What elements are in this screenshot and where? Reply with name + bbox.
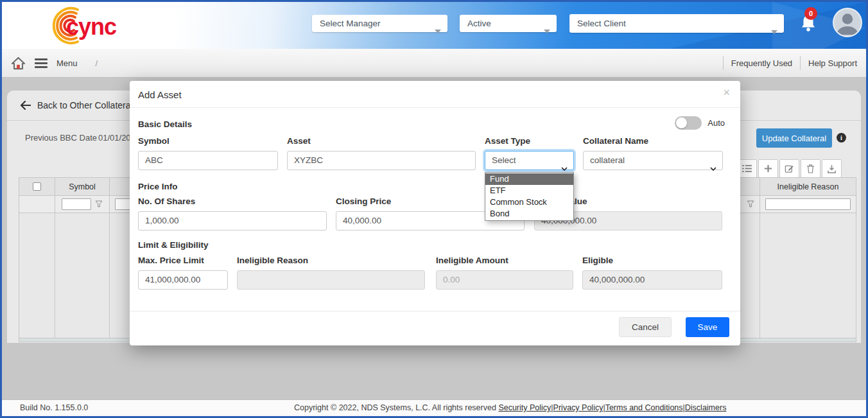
modal-header: Add Asset × bbox=[130, 81, 740, 108]
modal-title: Add Asset bbox=[138, 89, 182, 100]
add-asset-modal: Add Asset × Basic Details Auto Symbol AB… bbox=[130, 81, 740, 345]
ineligible-amount-label: Ineligible Amount bbox=[436, 256, 573, 265]
build-number: Build No. 1.155.0.0 bbox=[20, 403, 88, 412]
caret-down-icon bbox=[771, 22, 777, 40]
grid-toolbar bbox=[737, 159, 842, 178]
asset-type-select[interactable]: Select bbox=[485, 151, 574, 170]
avatar[interactable] bbox=[833, 8, 862, 37]
asset-type-value: Select bbox=[492, 155, 516, 165]
client-dropdown-value: Select Client bbox=[577, 19, 626, 28]
column-divider bbox=[759, 213, 760, 338]
eligible-label: Eligible bbox=[582, 256, 722, 265]
manager-dropdown-value: Select Manager bbox=[320, 19, 381, 28]
back-arrow-icon[interactable] bbox=[20, 101, 31, 110]
collateral-name-value: collateral bbox=[590, 155, 625, 165]
ineligible-amount-input: 0.00 bbox=[436, 270, 573, 290]
max-price-limit-input[interactable]: 41,000,000.00 bbox=[138, 270, 228, 290]
symbol-filter-input[interactable] bbox=[62, 198, 91, 210]
asset-type-option[interactable]: Bond bbox=[485, 208, 573, 220]
close-icon[interactable]: × bbox=[723, 87, 730, 98]
manager-dropdown[interactable]: Select Manager bbox=[312, 15, 447, 32]
section-price-info: Price Info bbox=[138, 182, 178, 191]
collateral-name-select[interactable]: collateral bbox=[583, 151, 723, 170]
asset-type-option[interactable]: Fund bbox=[485, 173, 573, 185]
column-header-ineligible-reason: Ineligible Reason bbox=[760, 178, 856, 195]
asset-type-option[interactable]: Common Stock bbox=[485, 196, 573, 208]
eligible-field: Eligible 40,000,000.00 bbox=[582, 256, 722, 290]
info-icon[interactable]: i bbox=[837, 133, 846, 143]
section-limit-eligibility: Limit & Eligibility bbox=[138, 240, 209, 250]
asset-type-label: Asset Type bbox=[485, 136, 574, 146]
breadcrumb: / bbox=[96, 58, 98, 68]
edit-icon[interactable] bbox=[779, 159, 799, 178]
asset-type-field: Asset Type Select bbox=[485, 136, 574, 170]
home-icon[interactable] bbox=[11, 57, 26, 70]
column-divider bbox=[55, 213, 55, 338]
auto-label: Auto bbox=[707, 118, 725, 128]
toggle-knob bbox=[676, 118, 687, 128]
eligible-input: 40,000,000.00 bbox=[582, 270, 722, 290]
symbol-field: Symbol ABC bbox=[138, 136, 278, 170]
ineligible-reason-input bbox=[237, 270, 425, 290]
ineligible-reason-label: Ineligible Reason bbox=[237, 256, 425, 265]
save-button[interactable]: Save bbox=[686, 317, 729, 337]
auto-toggle[interactable] bbox=[675, 116, 702, 130]
cancel-button[interactable]: Cancel bbox=[619, 317, 672, 337]
add-icon[interactable] bbox=[758, 159, 778, 178]
column-header-symbol: Symbol bbox=[55, 178, 110, 195]
delete-icon[interactable] bbox=[801, 159, 820, 178]
footer-bar: Build No. 1.155.0.0 Copyright © 2022, ND… bbox=[2, 399, 866, 416]
copyright-text: Copyright © 2022, NDS Systems, L.C. All … bbox=[294, 403, 496, 412]
shares-field: No. Of Shares 1,000.00 bbox=[138, 196, 327, 231]
update-collateral-button[interactable]: Update Collateral bbox=[756, 128, 832, 148]
ineligible-reason-field: Ineligible Reason bbox=[237, 256, 425, 290]
menu-label[interactable]: Menu bbox=[56, 58, 78, 68]
status-dropdown-value: Active bbox=[467, 19, 491, 28]
top-header: cync Select Manager Active Select Client… bbox=[2, 2, 866, 49]
filter-icon[interactable] bbox=[747, 198, 754, 210]
terms-and-conditions-link[interactable]: Terms and Conditions bbox=[605, 403, 683, 412]
max-price-limit-label: Max. Price Limit bbox=[138, 256, 228, 265]
back-link[interactable]: Back to Other Collateral bbox=[37, 100, 133, 110]
shares-label: No. Of Shares bbox=[138, 196, 327, 206]
asset-field: Asset XYZBC bbox=[287, 136, 476, 170]
hamburger-icon[interactable] bbox=[35, 58, 48, 68]
asset-type-listbox: Fund ETF Common Stock Bond bbox=[485, 172, 574, 221]
max-price-limit-field: Max. Price Limit 41,000,000.00 bbox=[138, 256, 228, 290]
caret-down-icon bbox=[544, 22, 550, 39]
app-window: cync Select Manager Active Select Client… bbox=[0, 0, 868, 418]
asset-label: Asset bbox=[287, 136, 476, 146]
ineligible-amount-field: Ineligible Amount 0.00 bbox=[436, 256, 573, 290]
asset-type-option[interactable]: ETF bbox=[485, 185, 573, 196]
menu-bar: Menu / Frequently Used Help Support bbox=[2, 49, 866, 78]
select-all-checkbox[interactable] bbox=[33, 182, 41, 191]
privacy-policy-link[interactable]: Privacy Policy bbox=[553, 403, 603, 412]
divider bbox=[800, 56, 801, 70]
previous-bbc-label: Previous BBC Date bbox=[25, 133, 97, 143]
symbol-label: Symbol bbox=[138, 136, 278, 146]
frequently-used-link[interactable]: Frequently Used bbox=[731, 58, 792, 68]
shares-input[interactable]: 1,000.00 bbox=[138, 211, 327, 231]
asset-input[interactable]: XYZBC bbox=[287, 151, 476, 170]
ineligible-reason-filter-input[interactable] bbox=[765, 198, 851, 210]
caret-down-icon bbox=[435, 22, 441, 39]
status-dropdown[interactable]: Active bbox=[460, 15, 557, 32]
divider bbox=[723, 56, 724, 70]
column-divider bbox=[109, 213, 110, 338]
download-icon[interactable] bbox=[822, 159, 842, 178]
collateral-name-field: Collateral Name collateral bbox=[583, 136, 723, 170]
filter-icon[interactable] bbox=[95, 198, 103, 210]
help-support-link[interactable]: Help Support bbox=[808, 58, 857, 68]
security-policy-link[interactable]: Security Policy bbox=[498, 403, 551, 412]
client-dropdown[interactable]: Select Client bbox=[569, 14, 784, 33]
notification-badge: 0 bbox=[804, 7, 817, 20]
modal-footer-divider bbox=[130, 311, 740, 311]
section-basic-details: Basic Details bbox=[138, 119, 192, 129]
copyright-line: Copyright © 2022, NDS Systems, L.C. All … bbox=[294, 403, 726, 412]
chevron-down-icon bbox=[710, 159, 716, 177]
symbol-input[interactable]: ABC bbox=[138, 151, 278, 170]
logo-text: cync bbox=[66, 13, 116, 40]
auto-toggle-wrap: Auto bbox=[675, 116, 725, 130]
collateral-name-label: Collateral Name bbox=[583, 136, 723, 146]
disclaimers-link[interactable]: Disclaimers bbox=[685, 403, 727, 412]
